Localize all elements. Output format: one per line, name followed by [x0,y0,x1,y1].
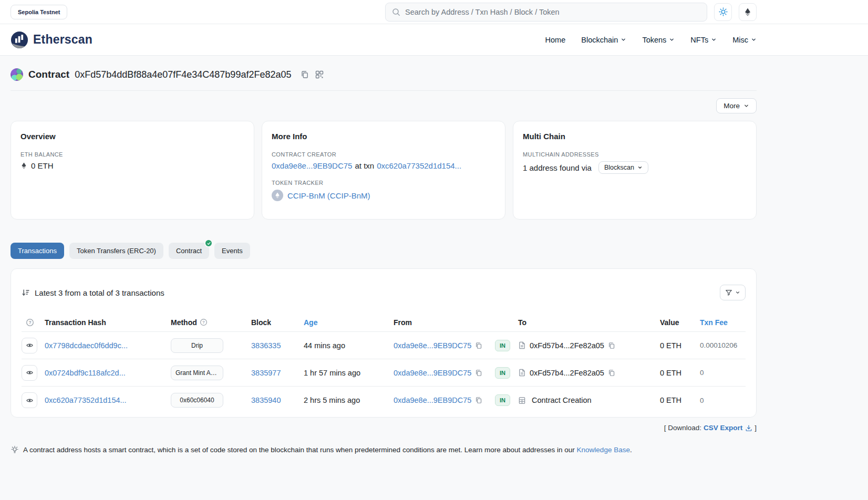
nav-home[interactable]: Home [545,36,566,44]
to-address: 0xFd57b4...2Fe82a05 [530,369,604,377]
txn-hash-link[interactable]: 0x7798dcdaec0f6dd9c... [45,341,171,350]
contract-address: 0xFd57b4ddBf88a4e07fF4e34C487b99af2Fe82a… [75,69,291,80]
txn-preview-button[interactable] [22,338,37,353]
filter-button[interactable] [720,285,746,300]
txn-preview-button[interactable] [22,365,37,381]
csv-export-link[interactable]: CSV Export [704,424,752,432]
overview-card-title: Overview [20,132,244,141]
contract-creator-label: CONTRACT CREATOR [272,151,495,158]
tab-token-transfers[interactable]: Token Transfers (ERC-20) [69,243,163,259]
download-icon [745,424,752,432]
copy-icon[interactable] [608,342,615,349]
contract-title-row: Contract 0xFd57b4ddBf88a4e07fF4e34C487b9… [11,56,757,81]
copy-address-icon[interactable] [301,70,309,79]
transactions-panel: Latest 3 from a total of 3 transactions … [11,268,757,418]
column-to: To [518,318,660,327]
more-info-card-title: More Info [272,132,495,141]
nav-blockchain[interactable]: Blockchain [581,36,626,44]
copy-icon[interactable] [475,397,482,404]
search-input[interactable] [405,8,700,16]
column-method: Method [171,318,251,327]
multi-chain-card-title: Multi Chain [523,132,747,141]
qr-code-icon[interactable] [315,70,324,79]
chevron-down-icon [637,165,643,170]
more-button[interactable]: More [716,98,757,113]
download-suffix: ] [755,424,757,432]
method-badge[interactable]: Grant Mint An... [171,366,223,380]
top-bar: Sepolia Testnet [0,0,868,24]
contract-file-icon [518,341,526,349]
check-icon [206,241,211,246]
chevron-down-icon [735,290,740,295]
eye-icon [26,397,34,404]
sun-icon [719,7,728,16]
from-address-link[interactable]: 0xda9e8e...9EB9DC75 [394,396,471,404]
copy-icon[interactable] [475,342,482,349]
multi-chain-card: Multi Chain MULTICHAIN ADDRESSES 1 addre… [513,121,757,220]
copy-icon[interactable] [475,369,482,377]
table-summary: Latest 3 from a total of 3 transactions [35,288,164,297]
direction-badge: IN [495,340,510,351]
nav-misc[interactable]: Misc [732,36,757,44]
block-link[interactable]: 3835977 [251,369,304,377]
value-text: 0 ETH [660,341,700,350]
nav-nfts[interactable]: NFTs [690,36,717,44]
brand-name: Etherscan [33,33,92,47]
eth-balance-value: 0 ETH [31,161,54,170]
verified-check-badge [204,239,213,247]
eye-icon [26,369,34,377]
help-icon[interactable] [26,318,34,327]
tab-events[interactable]: Events [214,243,250,259]
theme-toggle-button[interactable] [714,3,732,21]
blockscan-dropdown[interactable]: Blockscan [598,161,648,174]
download-row: [ Download: CSV Export ] [11,424,757,432]
to-address: Contract Creation [532,396,592,404]
search-bar[interactable] [385,3,707,22]
txn-preview-button[interactable] [22,392,37,408]
value-text: 0 ETH [660,369,700,377]
tab-contract[interactable]: Contract [169,243,209,259]
chevron-down-icon [751,37,757,43]
ethereum-icon [20,162,27,169]
table-header-row: Transaction Hash Method Block Age From T… [22,313,746,332]
txn-hash-link[interactable]: 0xc620a77352d1d154... [45,396,171,404]
creation-txn-link[interactable]: 0xc620a77352d1d154... [377,161,461,170]
contract-file-icon [518,369,526,377]
note-suffix: . [630,446,632,454]
token-tracker-link[interactable]: CCIP-BnM (CCIP-BnM) [287,191,370,200]
token-logo [272,190,283,201]
age-text: 44 mins ago [304,341,394,350]
chevron-down-icon [669,37,675,43]
etherscan-logo[interactable]: Etherscan [11,31,92,49]
network-badge[interactable]: Sepolia Testnet [11,5,67,19]
creator-connector-text: at txn [355,161,374,170]
method-badge[interactable]: Drip [171,338,223,353]
copy-icon[interactable] [608,369,615,377]
sort-icon [22,288,30,297]
divider [11,90,757,91]
column-block: Block [251,318,304,327]
chevron-down-icon [621,37,626,43]
from-address-link[interactable]: 0xda9e8e...9EB9DC75 [394,369,471,377]
eye-icon [26,341,34,349]
txn-hash-link[interactable]: 0x0724bdf9c118afc2d... [45,369,171,377]
from-address-link[interactable]: 0xda9e8e...9EB9DC75 [394,341,471,350]
column-txn-fee[interactable]: Txn Fee [700,318,746,327]
column-age[interactable]: Age [304,318,394,327]
creator-address-link[interactable]: 0xda9e8e...9EB9DC75 [272,161,352,170]
tab-transactions[interactable]: Transactions [11,243,64,259]
age-text: 1 hr 57 mins ago [304,369,394,377]
direction-badge: IN [495,394,510,406]
block-link[interactable]: 3835940 [251,396,304,404]
txn-fee-text: 0 [700,397,746,404]
knowledge-base-link[interactable]: Knowledge Base [577,446,630,454]
ethereum-icon [274,192,281,199]
download-prefix: [ Download: [664,424,701,432]
help-icon[interactable] [200,318,208,326]
ethereum-networks-button[interactable] [739,3,757,21]
ethereum-icon [743,8,752,16]
method-badge[interactable]: 0x60c06040 [171,393,223,408]
nav-tokens[interactable]: Tokens [642,36,675,44]
note-text: A contract address hosts a smart contrac… [23,446,575,454]
block-link[interactable]: 3836335 [251,341,304,350]
